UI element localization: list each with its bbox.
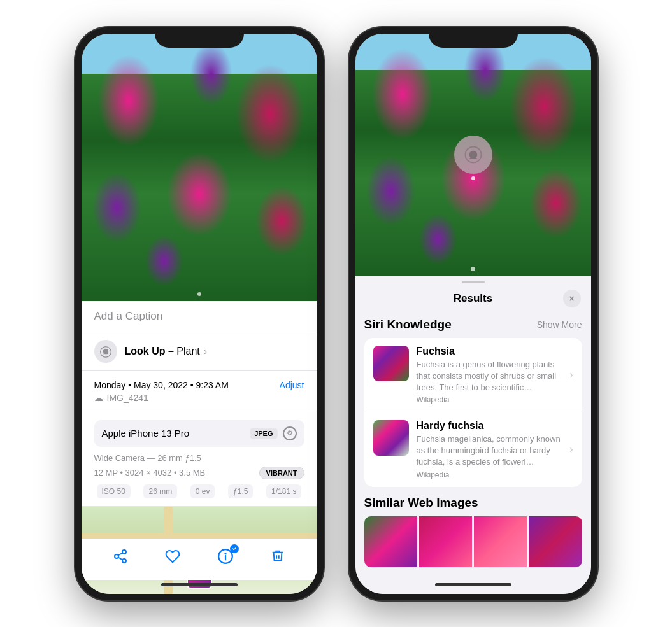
fuchsia-thumbnail	[373, 346, 409, 381]
format-badge: JPEG	[250, 428, 277, 439]
similar-images-title: Similar Web Images	[364, 496, 478, 510]
web-image-2[interactable]	[419, 516, 472, 567]
svg-point-2	[122, 559, 126, 563]
hardy-desc: Fuchsia magellanica, commonly known as t…	[417, 433, 562, 468]
close-button[interactable]: ×	[563, 290, 581, 307]
hardy-text: Hardy fuchsia Fuchsia magellanica, commo…	[417, 420, 562, 479]
hardy-thumbnail	[373, 420, 409, 456]
svg-point-1	[115, 554, 118, 558]
web-image-3[interactable]	[474, 516, 527, 567]
results-sheet: Results × Siri Knowledge Show More Fuc	[355, 276, 591, 594]
fuchsia-item[interactable]: Fuchsia Fuchsia is a genus of flowering …	[364, 338, 582, 413]
exif-aperture: ƒ1.5	[228, 484, 253, 498]
hardy-source: Wikipedia	[417, 470, 562, 479]
exif-shutter: 1/181 s	[266, 484, 301, 498]
like-button[interactable]	[160, 544, 185, 569]
bottom-toolbar	[82, 539, 317, 580]
exif-iso: ISO 50	[97, 484, 131, 498]
fuchsia-source: Wikipedia	[417, 395, 562, 404]
adjust-button[interactable]: Adjust	[280, 380, 304, 390]
style-badge: VIBRANT	[259, 467, 304, 479]
similar-images-section: Similar Web Images	[364, 496, 582, 567]
page-dot-right	[471, 267, 475, 271]
cloud-icon: ☁	[94, 393, 103, 403]
right-screen: Results × Siri Knowledge Show More Fuc	[355, 34, 591, 594]
siri-knowledge-title: Siri Knowledge	[364, 318, 452, 332]
fuchsia-text: Fuchsia Fuchsia is a genus of flowering …	[417, 346, 562, 405]
show-more-button[interactable]: Show More	[537, 320, 582, 330]
web-images-grid	[364, 516, 582, 567]
results-header: Results ×	[355, 287, 591, 314]
siri-knowledge-header: Siri Knowledge Show More	[364, 318, 582, 332]
device-name: Apple iPhone 13 Pro	[102, 428, 190, 439]
info-button[interactable]	[213, 544, 238, 569]
flower-image	[82, 34, 317, 301]
home-indicator	[161, 583, 238, 586]
similar-images-header: Similar Web Images	[364, 496, 582, 510]
knowledge-card: Fuchsia Fuchsia is a genus of flowering …	[364, 338, 582, 487]
meta-section: Monday • May 30, 2022 • 9:23 AM Adjust ☁…	[82, 371, 317, 412]
hardy-chevron: ›	[569, 444, 573, 455]
fuchsia-desc: Fuchsia is a genus of flowering plants t…	[417, 359, 562, 394]
exif-row: ISO 50 26 mm 0 ev ƒ1.5 1/181 s	[94, 484, 304, 498]
hardy-fuchsia-item[interactable]: Hardy fuchsia Fuchsia magellanica, commo…	[364, 412, 582, 487]
siri-visual-button[interactable]	[454, 136, 492, 174]
mp-info: 12 MP • 3024 × 4032 • 3.5 MB	[94, 468, 206, 477]
web-image-4[interactable]	[529, 516, 582, 567]
share-button[interactable]	[108, 544, 133, 569]
lookup-label: Look Up – Plant ›	[125, 346, 207, 357]
right-photo-area	[355, 34, 591, 276]
hardy-name: Hardy fuchsia	[417, 420, 562, 432]
delete-button[interactable]	[265, 544, 290, 569]
sheet-handle	[462, 281, 485, 283]
svg-point-0	[122, 550, 126, 554]
fuchsia-chevron: ›	[569, 369, 573, 381]
left-screen: Add a Caption Look Up – Plant › Monday •…	[82, 34, 317, 594]
page-dot	[197, 292, 201, 296]
results-title: Results	[383, 292, 563, 305]
exif-ev: 0 ev	[190, 484, 215, 498]
specs-row2: 12 MP • 3024 × 4032 • 3.5 MB VIBRANT	[94, 467, 304, 479]
left-phone: Add a Caption Look Up – Plant › Monday •…	[75, 27, 324, 600]
results-content: Siri Knowledge Show More Fuchsia Fuchsia…	[355, 314, 591, 594]
siri-icon	[94, 340, 117, 363]
gear-icon: ⚙	[283, 426, 297, 440]
web-image-1[interactable]	[364, 516, 417, 567]
caption-placeholder: Add a Caption	[94, 310, 163, 322]
exif-focal: 26 mm	[143, 484, 177, 498]
right-home-indicator	[435, 583, 511, 586]
siri-dot	[471, 176, 475, 180]
date-label: Monday • May 30, 2022 • 9:23 AM	[94, 380, 229, 390]
lookup-row[interactable]: Look Up – Plant ›	[82, 332, 317, 371]
device-row: Apple iPhone 13 Pro JPEG ⚙	[94, 420, 304, 447]
camera-specs: Wide Camera — 26 mm ƒ1.5	[94, 453, 304, 463]
photo-area[interactable]	[82, 34, 317, 301]
fuchsia-name: Fuchsia	[417, 346, 562, 357]
device-section: Apple iPhone 13 Pro JPEG ⚙ Wide Camera —…	[82, 412, 317, 507]
caption-area[interactable]: Add a Caption	[82, 301, 317, 332]
right-phone: Results × Siri Knowledge Show More Fuc	[349, 27, 597, 600]
device-badges: JPEG ⚙	[250, 426, 296, 440]
filename-label: IMG_4241	[107, 393, 148, 403]
